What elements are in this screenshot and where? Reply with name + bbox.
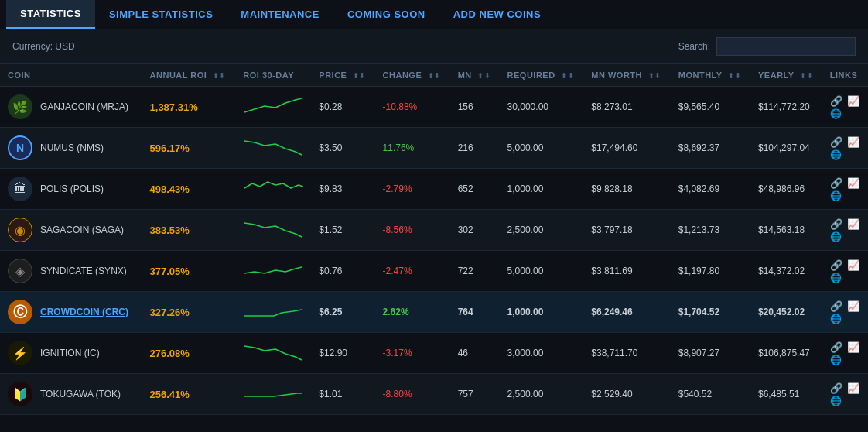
coin-name-tokugawa: TOKUGAWA (TOK): [40, 389, 121, 399]
table-row: 🔰 TOKUGAWA (TOK) 256.41% $1.01 -8.80% 75…: [0, 374, 868, 415]
monthly-ignition: $8,907.27: [671, 333, 750, 374]
monthly-tokugawa: $540.52: [671, 374, 750, 415]
chart-sagacoin: [235, 210, 311, 251]
chart-link-icon-sagacoin[interactable]: 📈: [847, 218, 859, 230]
link-icon-syndicate[interactable]: 🔗: [830, 259, 842, 271]
coin-cell-tokugawa: 🔰 TOKUGAWA (TOK): [0, 374, 142, 415]
coin-name-syndicate: SYNDICATE (SYNX): [40, 266, 127, 276]
table-row: N NUMUS (NMS) 596.17% $3.50 11.76% 216 5…: [0, 128, 868, 169]
globe-icon-polis[interactable]: 🌐: [830, 190, 842, 201]
link-icon-tokugawa[interactable]: 🔗: [830, 382, 842, 394]
link-icon-ignition[interactable]: 🔗: [830, 341, 842, 353]
yearly-crowdcoin: $20,452.02: [750, 292, 822, 333]
coin-cell-polis: 🏛 POLIS (POLIS): [0, 169, 142, 210]
yearly-ganjacoin: $114,772.20: [750, 87, 822, 128]
link-icon-numus[interactable]: 🔗: [830, 136, 842, 148]
chart-link-icon-tokugawa[interactable]: 📈: [847, 382, 859, 394]
chart-link-icon-ignition[interactable]: 📈: [847, 341, 859, 353]
chart-crowdcoin: [235, 292, 311, 333]
change-tokugawa: -8.80%: [375, 374, 450, 415]
chart-link-icon-syndicate[interactable]: 📈: [847, 259, 859, 271]
globe-icon-ganjacoin[interactable]: 🌐: [830, 108, 842, 119]
chart-link-icon-polis[interactable]: 📈: [847, 177, 859, 189]
yearly-numus: $104,297.04: [750, 128, 822, 169]
annual-roi-ganjacoin: 1,387.31%: [142, 87, 236, 128]
col-annual-roi[interactable]: ANNUAL ROI ⬆⬇: [142, 64, 236, 87]
tab-maintenance[interactable]: MAINTENANCE: [227, 0, 333, 29]
globe-icon-syndicate[interactable]: 🌐: [830, 273, 842, 283]
col-coin[interactable]: COIN: [0, 64, 142, 87]
chart-link-icon-numus[interactable]: 📈: [847, 136, 859, 148]
price-polis: $9.83: [311, 169, 374, 210]
mn-syndicate: 722: [450, 251, 500, 292]
globe-icon-tokugawa[interactable]: 🌐: [830, 396, 842, 406]
change-ganjacoin: -10.88%: [375, 87, 450, 128]
nav-tabs: STATISTICS SIMPLE STATISTICS MAINTENANCE…: [0, 0, 868, 29]
toolbar: Currency: USD Search:: [0, 29, 868, 64]
change-sagacoin: -8.56%: [375, 210, 450, 251]
yearly-tokugawa: $6,485.51: [750, 374, 822, 415]
col-required[interactable]: REQUIRED ⬆⬇: [500, 64, 584, 87]
col-mn[interactable]: MN ⬆⬇: [450, 64, 500, 87]
tab-statistics[interactable]: STATISTICS: [6, 0, 95, 29]
tab-coming-soon[interactable]: COMING SOON: [333, 0, 439, 29]
annual-roi-crowdcoin: 327.26%: [142, 292, 236, 333]
globe-icon-sagacoin[interactable]: 🌐: [830, 231, 842, 242]
mn-sagacoin: 302: [450, 210, 500, 251]
mn-tokugawa: 757: [450, 374, 500, 415]
link-icon-ganjacoin[interactable]: 🔗: [830, 95, 842, 107]
chart-link-icon-ganjacoin[interactable]: 📈: [847, 95, 859, 107]
col-mn-worth[interactable]: MN WORTH ⬆⬇: [583, 64, 670, 87]
monthly-ganjacoin: $9,565.40: [671, 87, 750, 128]
coin-name-crowdcoin[interactable]: CROWDCOIN (CRC): [40, 307, 128, 317]
change-ignition: -3.17%: [375, 333, 450, 374]
mn-worth-syndicate: $3,811.69: [583, 251, 670, 292]
links-ignition: 🔗 📈 🌐: [822, 333, 868, 374]
price-numus: $3.50: [311, 128, 374, 169]
col-links: LINKS: [822, 64, 868, 87]
monthly-syndicate: $1,197.80: [671, 251, 750, 292]
chart-numus: [235, 128, 311, 169]
links-ganjacoin: 🔗 📈 🌐: [822, 87, 868, 128]
price-ganjacoin: $0.28: [311, 87, 374, 128]
link-icon-polis[interactable]: 🔗: [830, 177, 842, 189]
col-price[interactable]: PRICE ⬆⬇: [311, 64, 374, 87]
globe-icon-numus[interactable]: 🌐: [830, 149, 842, 160]
tab-add-new-coins[interactable]: ADD NEW COINS: [439, 0, 555, 29]
mn-ignition: 46: [450, 333, 500, 374]
mn-worth-ignition: $38,711.70: [583, 333, 670, 374]
globe-icon-crowdcoin[interactable]: 🌐: [830, 314, 842, 324]
required-polis: 1,000.00: [500, 169, 584, 210]
monthly-sagacoin: $1,213.73: [671, 210, 750, 251]
monthly-numus: $8,692.37: [671, 128, 750, 169]
monthly-crowdcoin: $1,704.52: [671, 292, 750, 333]
links-crowdcoin: 🔗 📈 🌐: [822, 292, 868, 333]
mn-worth-crowdcoin: $6,249.46: [583, 292, 670, 333]
change-numus: 11.76%: [375, 128, 450, 169]
coin-cell-crowdcoin: Ⓒ CROWDCOIN (CRC): [0, 292, 142, 333]
col-change[interactable]: CHANGE ⬆⬇: [375, 64, 450, 87]
search-area: Search:: [678, 37, 856, 56]
price-ignition: $12.90: [311, 333, 374, 374]
table-row: 🏛 POLIS (POLIS) 498.43% $9.83 -2.79% 652…: [0, 169, 868, 210]
col-monthly[interactable]: MONTHLY ⬆⬇: [671, 64, 750, 87]
chart-ignition: [235, 333, 311, 374]
chart-link-icon-crowdcoin[interactable]: 📈: [847, 300, 859, 312]
search-input[interactable]: [716, 37, 856, 56]
coin-cell-ganjacoin: 🌿 GANJACOIN (MRJA): [0, 87, 142, 128]
change-crowdcoin: 2.62%: [375, 292, 450, 333]
tab-simple-statistics[interactable]: SIMPLE STATISTICS: [95, 0, 227, 29]
col-yearly[interactable]: YEARLY ⬆⬇: [750, 64, 822, 87]
chart-syndicate: [235, 251, 311, 292]
link-icon-crowdcoin[interactable]: 🔗: [830, 300, 842, 312]
price-crowdcoin: $6.25: [311, 292, 374, 333]
link-icon-sagacoin[interactable]: 🔗: [830, 218, 842, 230]
mn-worth-polis: $9,828.18: [583, 169, 670, 210]
coin-cell-sagacoin: ◉ SAGACOIN (SAGA): [0, 210, 142, 251]
mn-ganjacoin: 156: [450, 87, 500, 128]
globe-icon-ignition[interactable]: 🌐: [830, 355, 842, 365]
table-row: 🌿 GANJACOIN (MRJA) 1,387.31% $0.28 -10.8…: [0, 87, 868, 128]
table-body: 🌿 GANJACOIN (MRJA) 1,387.31% $0.28 -10.8…: [0, 87, 868, 415]
required-syndicate: 5,000.00: [500, 251, 584, 292]
annual-roi-ignition: 276.08%: [142, 333, 236, 374]
